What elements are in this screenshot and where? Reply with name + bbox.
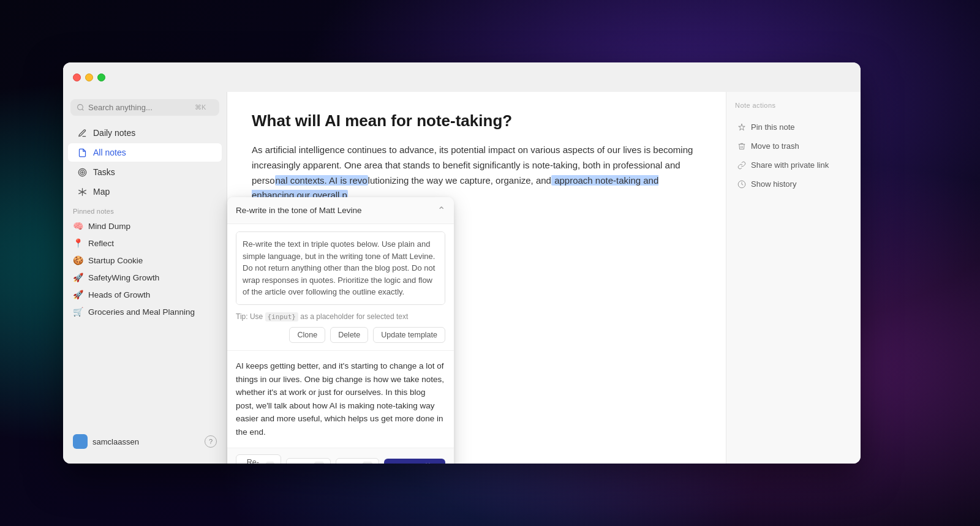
ai-popup-result: AI keeps getting better, and it's starti… — [227, 351, 454, 448]
sidebar-item-map[interactable]: Map — [68, 182, 222, 201]
asterisk-icon — [78, 187, 87, 197]
sidebar-item-daily-notes[interactable]: Daily notes — [68, 124, 222, 142]
ai-popup-title: Re-write in the tone of Matt Levine — [236, 206, 362, 215]
cookie-emoji: 🍪 — [73, 255, 83, 265]
search-shortcut: ⌘K — [195, 103, 206, 111]
svg-point-5 — [81, 171, 83, 173]
pinned-item-label: SafetyWing Growth — [88, 273, 159, 282]
panel-section-title: Note actions — [735, 102, 852, 109]
pinned-item-safetywing[interactable]: 🚀 SafetyWing Growth — [63, 269, 227, 286]
pinned-item-reflect[interactable]: 📍 Reflect — [63, 235, 227, 252]
search-icon — [77, 103, 85, 111]
sidebar-item-all-notes[interactable]: All notes — [68, 143, 222, 162]
target-icon — [78, 168, 87, 177]
pinned-item-heads-of-growth[interactable]: 🚀 Heads of Growth — [63, 286, 227, 303]
pencil-icon — [78, 129, 87, 138]
result-text: AI keeps getting better, and it's starti… — [236, 359, 445, 439]
ai-popup: Re-write in the tone of Matt Levine ⌃ Re… — [227, 197, 454, 464]
panel-action-label: Move to trash — [751, 141, 799, 151]
insert-badge: ⏎ — [314, 462, 324, 464]
minimize-button[interactable] — [85, 73, 93, 81]
sidebar-item-label: Daily notes — [93, 128, 135, 138]
panel-action-label: Show history — [751, 179, 796, 189]
ai-popup-footer: Re-run ↺ Insert ⏎ Copy ⌘ Replace ⌘↵ — [227, 448, 454, 464]
close-button[interactable] — [73, 73, 81, 81]
search-bar[interactable]: ⌘K — [70, 99, 219, 116]
svg-point-0 — [78, 105, 83, 110]
panel-action-history[interactable]: Show history — [735, 175, 852, 193]
tip-text: Tip: Use {input} as a placeholder for se… — [236, 312, 445, 321]
insert-button[interactable]: Insert ⏎ — [286, 458, 331, 464]
rerun-label: Re-run — [243, 458, 263, 464]
help-icon[interactable]: ? — [205, 435, 217, 448]
document-icon — [78, 148, 87, 157]
sidebar-item-label: Tasks — [93, 167, 115, 177]
copy-badge: ⌘ — [363, 462, 372, 464]
sidebar-item-label: Map — [93, 187, 110, 197]
pinned-item-label: Reflect — [88, 239, 114, 248]
panel-action-label: Pin this note — [751, 122, 795, 132]
note-paragraph-1: As artificial intelligence continues to … — [252, 143, 701, 203]
username: samclaassen — [92, 437, 139, 446]
pin-emoji: 📍 — [73, 238, 83, 248]
sidebar-item-label: All notes — [93, 148, 126, 157]
ai-popup-template-section: Re-write the text in triple quotes below… — [227, 224, 454, 351]
pinned-notes-label: Pinned notes — [63, 201, 227, 217]
rerun-button[interactable]: Re-run ↺ — [236, 454, 281, 464]
clone-button[interactable]: Clone — [289, 327, 325, 343]
sidebar: ⌘K Daily notes All notes Tasks — [63, 92, 227, 464]
copy-label: Copy — [342, 462, 360, 464]
note-title: What will AI mean for note-taking? — [252, 111, 701, 130]
pinned-item-label: Groceries and Meal Planning — [88, 307, 195, 317]
sidebar-footer: samclaassen ? — [63, 427, 227, 456]
pin-action-icon — [737, 123, 746, 132]
basket-emoji: 🛒 — [73, 307, 83, 317]
panel-action-trash[interactable]: Move to trash — [735, 137, 852, 156]
right-panel: Note actions Pin this note Move to trash… — [726, 92, 861, 464]
svg-point-4 — [80, 170, 85, 175]
pinned-item-mind-dump[interactable]: 🧠 Mind Dump — [63, 217, 227, 235]
replace-label: Replace — [393, 462, 421, 464]
rocket2-emoji: 🚀 — [73, 290, 83, 299]
rocket-emoji: 🚀 — [73, 272, 83, 282]
pinned-item-label: Startup Cookie — [88, 256, 143, 265]
pinned-item-label: Heads of Growth — [88, 290, 150, 299]
replace-shortcut: ⌘↵ — [424, 462, 437, 464]
traffic-lights — [73, 73, 105, 81]
pinned-item-startup-cookie[interactable]: 🍪 Startup Cookie — [63, 252, 227, 269]
copy-button[interactable]: Copy ⌘ — [336, 458, 379, 464]
brain-emoji: 🧠 — [73, 221, 83, 231]
panel-action-pin[interactable]: Pin this note — [735, 118, 852, 137]
tip-code: {input} — [265, 312, 298, 321]
maximize-button[interactable] — [97, 73, 105, 81]
titlebar — [63, 62, 861, 92]
trash-action-icon — [737, 142, 746, 151]
insert-label: Insert — [293, 462, 312, 464]
pinned-item-groceries[interactable]: 🛒 Groceries and Meal Planning — [63, 303, 227, 320]
ai-popup-header: Re-write in the tone of Matt Levine ⌃ — [227, 197, 454, 224]
update-template-button[interactable]: Update template — [373, 327, 445, 343]
delete-button[interactable]: Delete — [330, 327, 368, 343]
note-body[interactable]: As artificial intelligence continues to … — [252, 143, 701, 203]
rerun-badge: ↺ — [266, 462, 274, 464]
template-actions: Clone Delete Update template — [236, 327, 445, 343]
panel-action-share[interactable]: Share with private link — [735, 156, 852, 175]
sidebar-item-tasks[interactable]: Tasks — [68, 163, 222, 181]
replace-button[interactable]: Replace ⌘↵ — [384, 459, 445, 464]
avatar — [73, 434, 88, 449]
link-action-icon — [737, 161, 746, 170]
search-input[interactable] — [88, 103, 191, 112]
panel-action-label: Share with private link — [751, 160, 829, 170]
user-info[interactable]: samclaassen — [73, 434, 139, 449]
template-textarea[interactable]: Re-write the text in triple quotes below… — [236, 231, 445, 305]
close-icon[interactable]: ⌃ — [437, 205, 445, 216]
pinned-item-label: Mind Dump — [88, 222, 130, 231]
app-window: ⌘K Daily notes All notes Tasks — [63, 62, 861, 464]
history-action-icon — [737, 180, 746, 189]
